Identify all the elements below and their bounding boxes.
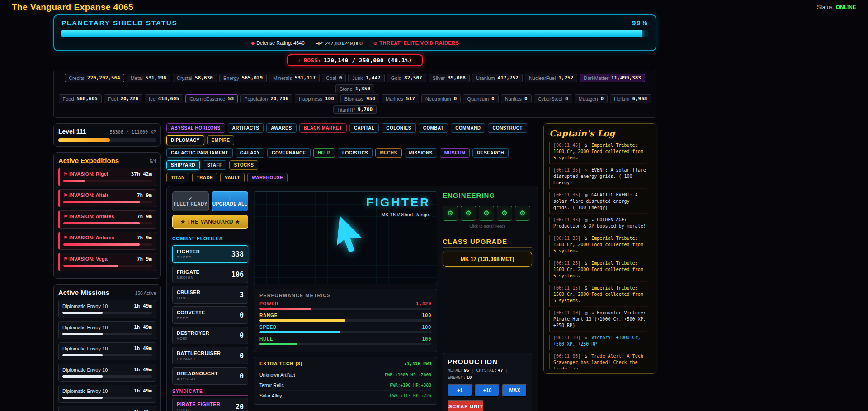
class-upgrade-button[interactable]: MK 17 (131,368 MET) [443,252,532,267]
tech-name: Terror Relic [259,383,284,388]
mod-slot[interactable]: ⚙ [443,206,458,221]
ship-card[interactable]: BATTLECRUISER EXPANSE 0 [172,347,248,364]
planetary-shield-panel: PLANETARY SHIELD STATUS 99% ◆Defense Rat… [53,14,656,51]
vanguard-button[interactable]: ★ THE VANGUARD ★ [172,215,248,229]
nav-tab[interactable]: AWARDS [266,123,296,133]
nav-tab[interactable]: DIPLOMACY [166,135,204,145]
nav-tab[interactable]: MISSIONS [405,148,437,158]
log-event-icon: $ [585,143,587,148]
selected-ship-subtitle: MK 16 // Short Range. [381,212,430,217]
scrap-unit-button[interactable]: SCRAP UNIT [448,400,484,411]
ship-range: ABYSSAL [177,377,218,381]
resource-name: Minerals [273,75,292,81]
mission-name: Diplomatic Envoy 10 [62,325,108,330]
mission-name: Diplomatic Envoy 10 [62,410,108,411]
log-timestamp: [06:11:15] [553,285,580,290]
missions-title: Active Missions [58,289,109,296]
resource-value: 0 [601,96,604,102]
upgrade-all-button[interactable]: ↑ UPGRADE ALL [212,191,248,211]
mission-timer: 1h 49m [134,324,152,330]
resource-value: 0 [454,96,457,102]
metric-bar [259,343,431,345]
fleet-ready-button[interactable]: ✓ FLEET READY [172,191,209,211]
expedition-item: ⚑INVASION: Antares 7h 9m [58,210,156,229]
cost-value: 95 [464,368,469,373]
gear-icon: ⚙ [465,209,471,217]
nav-tab[interactable]: SHIPYARD [166,160,200,170]
flag-icon: ⚑ [63,235,68,240]
nav-tab[interactable]: MECHS [375,148,401,158]
build-quantity-button[interactable]: MAX [502,384,527,397]
resource-name: Marines [386,96,403,102]
resource-chip: Mutagen 0 [575,94,608,103]
nav-tab[interactable]: HELP [313,148,335,158]
resource-name: Stone [340,86,353,92]
mod-slot[interactable]: ⚙ [479,206,494,221]
production-costs: METAL:95 CRYSTAL:47 ENERGY:19 [448,368,527,380]
ship-count: 106 [231,271,244,279]
ship-card[interactable]: CORVETTE DEEP 0 [172,306,248,324]
nav-tab[interactable]: GOVERNANCE [267,148,311,158]
ship-name: BATTLECRUISER [177,350,221,356]
nav-tab[interactable]: RESEARCH [472,148,508,158]
build-quantity-button[interactable]: +10 [475,384,500,397]
nav-tab[interactable]: GALAXY [236,148,264,158]
log-timestamp: [06:11:35] [553,168,580,173]
ship-range: SHORT [177,255,200,259]
metric-row: POWER 1,420 [259,301,431,310]
ship-card[interactable]: FRIGATE MEDIUM 106 [172,266,248,283]
nav-tab[interactable]: COMMAND [451,123,485,133]
ship-card[interactable]: PIRATE FIGHTER SHORT 20 [172,398,248,411]
log-event-icon: ▤ [585,217,587,222]
nav-tab[interactable]: STAFF [203,160,226,170]
resource-chip: Happiness 100 [295,94,338,103]
nav-tab[interactable]: ARTIFACTS [228,123,264,133]
mod-slot[interactable]: ⚙ [497,206,512,221]
ship-count: 338 [231,250,244,258]
nav-tab[interactable]: TITAN [166,173,189,182]
mod-slot[interactable]: ⚙ [515,206,530,221]
mission-item: Diplomatic Envoy 10 1h 49m [58,300,156,318]
ship-card[interactable]: DESTROYER VOID 0 [172,327,248,344]
shield-progress-fill [61,30,642,37]
resource-value: 1,252 [558,75,573,81]
ship-card[interactable]: DREADNOUGHT ABYSSAL 0 [172,367,248,385]
log-scroll-area[interactable]: [06:11:45] $ Imperial Tribute: 1500 Cr, … [549,142,651,369]
performance-metrics-panel: PERFORMANCE METRICS POWER 1,420 [254,289,437,352]
resource-value: 53 [228,96,234,102]
nav-tab-row-2: GALACTIC PARLIAMENTGALAXYGOVERNANCEHELPL… [166,148,538,170]
nav-tab[interactable]: MUSEUM [440,148,470,158]
resource-name: Metal [131,75,143,81]
boss-health-bar: ⚠BOSS:120,140 / 250,000 (48.1%) [287,54,423,66]
nav-tab[interactable]: STOCKS [229,160,258,170]
resource-value: 565,029 [242,75,263,81]
resource-chip: TitanRP 9,700 [333,105,377,114]
nav-tab[interactable]: VAULT [220,173,245,182]
nav-tab[interactable]: EMPIRE [207,135,235,145]
production-buttons: +1+10MAX [448,384,527,397]
mod-slot[interactable]: ⚙ [461,206,476,221]
nav-tab[interactable]: CAPITAL [349,123,379,133]
nav-tab[interactable]: GALACTIC PARLIAMENT [166,148,233,158]
build-quantity-button[interactable]: +1 [448,384,472,397]
nav-tab[interactable]: WAREHOUSE [247,173,288,182]
nav-tab[interactable]: BLACK MARKET [299,123,347,133]
cost-item: ENERGY:19 [448,375,472,380]
log-event-icon: ▤ [585,192,587,197]
shield-hp: HP: 247,800/249,000 [316,41,363,46]
nav-tab[interactable]: ABYSSAL HORIZONS [166,123,225,133]
nav-tab[interactable]: CONSTRUCT [488,123,527,133]
mission-progress-fill [62,397,103,399]
nav-tab[interactable]: LOGISTICS [338,148,373,158]
nav-tab[interactable]: COLONIES [382,123,415,133]
nav-tab[interactable]: TRADE [192,173,217,182]
log-timestamp: [06:11:10] [553,310,580,315]
ship-count: 0 [240,372,244,380]
resource-chip: Metal 531,196 [127,74,170,82]
nav-tab[interactable]: COMBAT [419,123,448,133]
ship-card[interactable]: FIGHTER SHORT 338 [172,245,248,263]
resource-value: 1,350 [355,86,370,92]
mission-progress-fill [62,333,103,335]
tech-name: Unknown Artifact [259,372,295,378]
ship-card[interactable]: CRUISER LONG 3 [172,286,248,304]
